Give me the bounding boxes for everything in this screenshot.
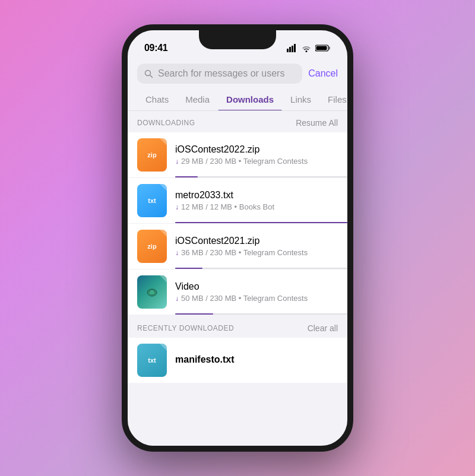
search-bar-container: Search for messages or users Cancel — [128, 59, 347, 88]
status-time: 09:41 — [144, 43, 167, 53]
download-arrow-icon: ↓ — [175, 157, 179, 166]
file-info-video: Video ↓ 50 MB / 230 MB • Telegram Contes… — [175, 281, 338, 303]
svg-point-11 — [149, 290, 151, 292]
tabs-container: Chats Media Downloads Links Files Musi..… — [128, 88, 347, 111]
file-name-metro: metro2033.txt — [175, 190, 338, 201]
recently-downloaded-header: RECENTLY DOWNLOADED Clear all — [128, 316, 347, 338]
file-progress-video: 50 MB / 230 MB • Telegram Contests — [181, 294, 308, 303]
wifi-icon — [301, 44, 312, 52]
progress-fill-metro — [175, 222, 347, 223]
clear-all-button[interactable]: Clear all — [308, 323, 338, 333]
file-progress-ios2022: 29 MB / 230 MB • Telegram Contests — [181, 157, 308, 166]
progress-bar-metro — [175, 222, 347, 223]
file-name-manifesto: manifesto.txt — [175, 354, 338, 365]
file-icon-label-zip2: zip — [147, 243, 156, 250]
file-icon-label-teal: txt — [148, 357, 156, 364]
file-name-ios2021: iOSContest2021.zip — [175, 236, 338, 246]
file-progress-ios2021: 36 MB / 230 MB • Telegram Contests — [181, 248, 308, 257]
download-item-manifesto[interactable]: txt manifesto.txt — [128, 338, 347, 383]
file-name-ios2022: iOSContest2022.zip — [175, 144, 338, 155]
progress-fill-ios2022 — [175, 176, 198, 177]
file-info-manifesto: manifesto.txt — [175, 354, 338, 367]
resume-all-button[interactable]: Resume All — [296, 118, 338, 128]
notch — [199, 30, 276, 49]
file-progress-metro: 12 MB / 12 MB • Books Bot — [181, 202, 274, 211]
file-icon-label: zip — [147, 151, 156, 158]
signal-icon — [287, 44, 297, 52]
download-item-video[interactable]: Video ↓ 50 MB / 230 MB • Telegram Contes… — [128, 269, 347, 315]
tab-chats[interactable]: Chats — [137, 88, 177, 110]
progress-bar-ios2022 — [175, 176, 347, 177]
file-meta-video: ↓ 50 MB / 230 MB • Telegram Contests — [175, 294, 338, 303]
status-icons — [287, 44, 331, 52]
file-name-video: Video — [175, 281, 338, 292]
svg-line-8 — [150, 75, 153, 77]
file-icon-txt-blue: txt — [137, 184, 167, 217]
phone-frame: 09:41 — [122, 24, 353, 452]
svg-rect-1 — [289, 47, 291, 52]
phone-screen: 09:41 — [128, 30, 347, 446]
tab-links[interactable]: Links — [282, 88, 319, 110]
svg-point-12 — [154, 290, 156, 292]
svg-rect-6 — [316, 46, 327, 50]
search-icon — [144, 69, 153, 78]
progress-bar-ios2021 — [175, 268, 347, 269]
tab-downloads[interactable]: Downloads — [218, 88, 282, 110]
battery-icon — [315, 44, 331, 52]
svg-rect-3 — [294, 44, 296, 52]
download-item-ios2021[interactable]: zip iOSContest2021.zip ↓ 36 MB / 230 MB … — [128, 224, 347, 269]
file-icon-video — [137, 275, 167, 309]
svg-rect-5 — [329, 47, 331, 50]
video-thumbnail — [137, 275, 167, 309]
downloading-section-title: DOWNLOADING — [137, 119, 195, 127]
download-item-metro[interactable]: txt metro2033.txt ↓ 12 MB / 12 MB • Book… — [128, 178, 347, 224]
svg-rect-0 — [287, 49, 289, 52]
cancel-button[interactable]: Cancel — [308, 68, 338, 79]
file-info-ios2022: iOSContest2022.zip ↓ 29 MB / 230 MB • Te… — [175, 144, 338, 166]
file-icon-teal: txt — [137, 344, 167, 377]
file-icon-label-txt: txt — [148, 197, 156, 204]
downloading-section-header: DOWNLOADING Resume All — [128, 111, 347, 132]
download-arrow-icon-3: ↓ — [175, 249, 179, 257]
recently-downloaded-title: RECENTLY DOWNLOADED — [137, 324, 234, 332]
search-bar[interactable]: Search for messages or users — [137, 64, 302, 84]
file-meta-metro: ↓ 12 MB / 12 MB • Books Bot — [175, 202, 338, 211]
svg-rect-2 — [292, 46, 293, 52]
file-icon-zip-orange-2: zip — [137, 230, 167, 263]
file-info-metro: metro2033.txt ↓ 12 MB / 12 MB • Books Bo… — [175, 190, 338, 211]
download-arrow-icon-2: ↓ — [175, 203, 179, 211]
tab-media[interactable]: Media — [177, 88, 218, 110]
download-arrow-icon-4: ↓ — [175, 294, 179, 303]
file-meta-ios2021: ↓ 36 MB / 230 MB • Telegram Contests — [175, 248, 338, 257]
search-input-placeholder: Search for messages or users — [158, 68, 284, 79]
download-item-ios2022[interactable]: zip iOSContest2022.zip ↓ 29 MB / 230 MB … — [128, 132, 347, 178]
progress-fill-ios2021 — [175, 268, 202, 269]
file-info-ios2021: iOSContest2021.zip ↓ 36 MB / 230 MB • Te… — [175, 236, 338, 257]
tab-files[interactable]: Files — [319, 88, 347, 110]
svg-point-13 — [151, 289, 153, 290]
progress-bar-video — [175, 313, 347, 315]
progress-fill-video — [175, 313, 213, 315]
file-icon-zip-orange: zip — [137, 138, 167, 172]
file-meta-ios2022: ↓ 29 MB / 230 MB • Telegram Contests — [175, 157, 338, 166]
